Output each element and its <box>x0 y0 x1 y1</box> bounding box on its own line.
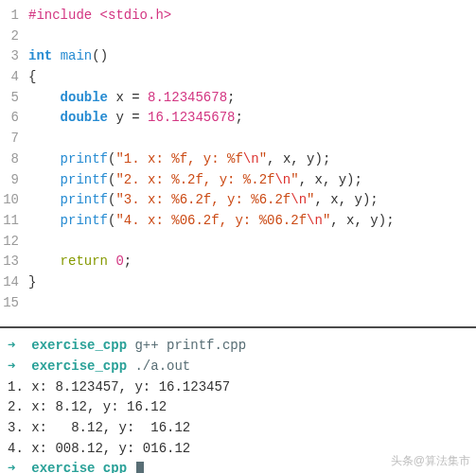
code-line: 13 return 0; <box>0 252 476 272</box>
code-content: return 0; <box>28 252 476 272</box>
line-number: 15 <box>0 293 28 314</box>
prompt-directory: exercise_cpp <box>31 461 127 473</box>
line-number: 3 <box>0 46 28 67</box>
code-line: 11 printf("4. x: %06.2f, y: %06.2f\n", x… <box>0 211 476 232</box>
code-content <box>28 293 476 314</box>
code-line: 12 <box>0 232 476 253</box>
code-content: } <box>28 272 476 293</box>
code-line: 1#include <stdio.h> <box>0 6 476 26</box>
line-number: 4 <box>0 67 28 88</box>
line-number: 10 <box>0 190 28 211</box>
output-text: 3. x: 8.12, y: 16.12 <box>8 420 190 435</box>
line-number: 5 <box>0 88 28 109</box>
terminal-prompt-line: ➜ exercise_cpp g++ printf.cpp <box>8 336 476 357</box>
code-content: printf("1. x: %f, y: %f\n", x, y); <box>28 149 476 170</box>
terminal-output-line: 2. x: 8.12, y: 16.12 <box>8 397 476 418</box>
prompt-directory: exercise_cpp <box>31 359 127 374</box>
code-line: 6 double y = 16.12345678; <box>0 108 476 129</box>
code-editor: 1#include <stdio.h>23int main()4{5 doubl… <box>0 0 476 321</box>
terminal-output-line: 3. x: 8.12, y: 16.12 <box>8 418 476 439</box>
line-number: 11 <box>0 211 28 232</box>
prompt-directory: exercise_cpp <box>31 338 127 353</box>
code-line: 15 <box>0 293 476 314</box>
code-line: 3int main() <box>0 46 476 67</box>
code-line: 2 <box>0 26 476 47</box>
output-text: 2. x: 8.12, y: 16.12 <box>8 399 167 414</box>
output-text: 1. x: 8.123457, y: 16.123457 <box>8 379 230 394</box>
line-number: 9 <box>0 170 28 191</box>
output-text: 4. x: 008.12, y: 016.12 <box>8 441 190 456</box>
code-content <box>28 26 476 47</box>
line-number: 13 <box>0 252 28 272</box>
code-line: 5 double x = 8.12345678; <box>0 88 476 109</box>
prompt-command: ./a.out <box>127 359 190 374</box>
prompt-arrow-icon: ➜ <box>8 359 31 374</box>
code-line: 4{ <box>0 67 476 88</box>
prompt-arrow-icon: ➜ <box>8 338 31 353</box>
code-content: #include <stdio.h> <box>28 6 476 26</box>
code-content <box>28 232 476 253</box>
code-content: printf("2. x: %.2f, y: %.2f\n", x, y); <box>28 170 476 191</box>
code-content: int main() <box>28 46 476 67</box>
line-number: 7 <box>0 129 28 149</box>
code-line: 7 <box>0 129 476 149</box>
terminal-output: ➜ exercise_cpp g++ printf.cpp➜ exercise_… <box>0 328 476 473</box>
line-number: 6 <box>0 108 28 129</box>
watermark: 头条@算法集市 <box>391 453 470 469</box>
code-line: 10 printf("3. x: %6.2f, y: %6.2f\n", x, … <box>0 190 476 211</box>
prompt-arrow-icon: ➜ <box>8 461 31 473</box>
code-line: 8 printf("1. x: %f, y: %f\n", x, y); <box>0 149 476 170</box>
code-content: double y = 16.12345678; <box>28 108 476 129</box>
line-number: 8 <box>0 149 28 170</box>
line-number: 1 <box>0 6 28 26</box>
prompt-command <box>127 461 134 473</box>
code-content: printf("3. x: %6.2f, y: %6.2f\n", x, y); <box>28 190 476 211</box>
line-number: 2 <box>0 26 28 47</box>
terminal-output-line: 1. x: 8.123457, y: 16.123457 <box>8 377 476 398</box>
line-number: 12 <box>0 232 28 253</box>
terminal-prompt-line: ➜ exercise_cpp ./a.out <box>8 357 476 377</box>
cursor-icon <box>136 462 144 473</box>
code-line: 9 printf("2. x: %.2f, y: %.2f\n", x, y); <box>0 170 476 191</box>
code-content: double x = 8.12345678; <box>28 88 476 109</box>
code-content: printf("4. x: %06.2f, y: %06.2f\n", x, y… <box>28 211 476 232</box>
prompt-command: g++ printf.cpp <box>127 338 246 353</box>
code-content: { <box>28 67 476 88</box>
code-content <box>28 129 476 149</box>
line-number: 14 <box>0 272 28 293</box>
code-line: 14} <box>0 272 476 293</box>
